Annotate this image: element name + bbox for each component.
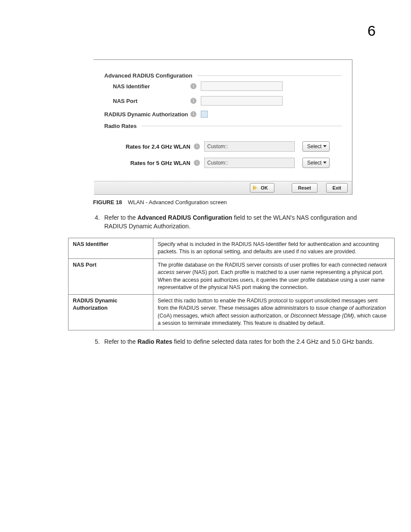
nas-port-label: NAS Port [113, 98, 190, 104]
info-icon[interactable]: i [190, 83, 196, 89]
desc-nas-identifier: Specify what is included in the RADIUS N… [153, 238, 395, 258]
figure-title: WLAN - Advanced Configuration screen [128, 199, 227, 205]
step-5: 5. Refer to the Radio Rates field to def… [95, 337, 377, 346]
exit-button[interactable]: Exit [326, 183, 348, 193]
forward-icon [253, 185, 256, 190]
step-4: 4. Refer to the Advanced RADIUS Configur… [95, 213, 377, 231]
ok-button[interactable]: OK [250, 183, 274, 193]
button-bar: OK Reset Exit [94, 181, 352, 195]
row-nas-identifier: NAS Identifier i [104, 81, 342, 91]
table-row: RADIUS Dynamic Authorization Select this… [68, 294, 395, 330]
figure-caption: FIGURE 18 WLAN - Advanced Configuration … [93, 199, 377, 205]
rates-5ghz-value: Custom:: [204, 158, 295, 168]
nas-identifier-label: NAS Identifier [113, 83, 190, 90]
group-radio-rates: Radio Rates [104, 123, 342, 129]
term-nas-port: NAS Port [68, 258, 153, 294]
nas-identifier-input[interactable] [201, 81, 283, 91]
info-icon[interactable]: i [190, 98, 196, 104]
rates-24ghz-value: Custom:: [204, 141, 295, 152]
info-icon[interactable]: i [194, 160, 200, 166]
rates-24ghz-label: Rates for 2.4 GHz WLAN [113, 143, 194, 150]
desc-nas-port: The profile database on the RADIUS serve… [153, 258, 395, 294]
group-advanced-radius: Advanced RADIUS Configuration [104, 72, 342, 79]
term-nas-identifier: NAS Identifier [68, 238, 153, 258]
term-radius-dyn-auth: RADIUS Dynamic Authorization [68, 294, 153, 330]
page-number: 6 [367, 22, 376, 39]
step-5-number: 5. [95, 337, 104, 346]
group-advanced-radius-label: Advanced RADIUS Configuration [104, 72, 196, 79]
row-radius-dyn-auth: RADIUS Dynamic Authorization i [104, 111, 342, 118]
step-4-number: 4. [95, 213, 104, 231]
row-nas-port: NAS Port i [104, 96, 342, 106]
rates-5ghz-label: Rates for 5 GHz WLAN [113, 160, 194, 166]
nas-port-input[interactable] [201, 96, 283, 106]
rates-24ghz-select-button[interactable]: Select [302, 141, 330, 152]
table-row: NAS Identifier Specify what is included … [68, 238, 395, 258]
table-row: NAS Port The profile database on the RAD… [68, 258, 395, 294]
reset-button[interactable]: Reset [292, 183, 318, 193]
page: 6 Advanced RADIUS Configuration NAS Iden… [0, 0, 411, 532]
figure-label: FIGURE 18 [93, 199, 122, 205]
row-rates-5ghz: Rates for 5 GHz WLAN i Custom:: Select [104, 158, 342, 168]
radius-dyn-auth-checkbox[interactable] [201, 111, 208, 118]
rates-5ghz-select-button[interactable]: Select [302, 158, 330, 168]
wlan-advanced-config-screenshot: Advanced RADIUS Configuration NAS Identi… [94, 59, 352, 195]
radius-dyn-auth-label: RADIUS Dynamic Authorization [104, 111, 190, 118]
info-icon[interactable]: i [194, 143, 200, 149]
group-radio-rates-label: Radio Rates [104, 123, 140, 129]
row-rates-24ghz: Rates for 2.4 GHz WLAN i Custom:: Select [104, 141, 342, 152]
radius-config-table: NAS Identifier Specify what is included … [68, 238, 395, 330]
desc-radius-dyn-auth: Select this radio button to enable the R… [153, 294, 395, 330]
info-icon[interactable]: i [190, 111, 196, 117]
